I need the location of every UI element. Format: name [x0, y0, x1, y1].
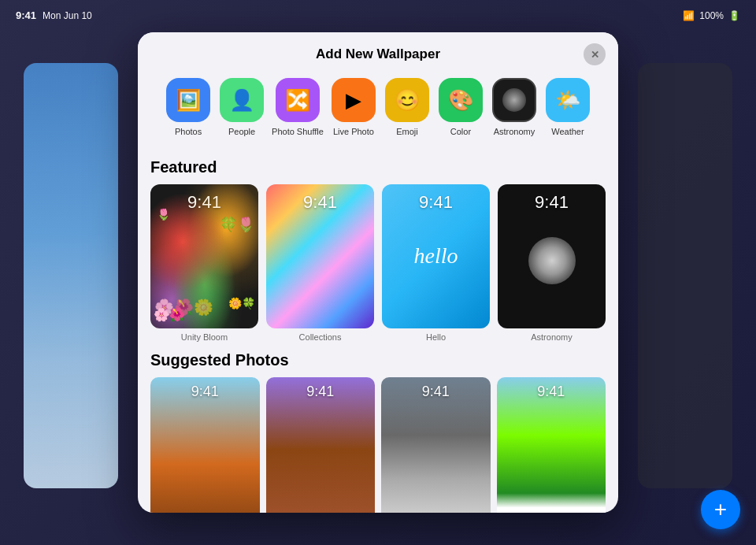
live-photo-label: Live Photo: [333, 127, 374, 136]
modal-title: Add New Wallpaper: [316, 46, 440, 62]
status-time: 9:41: [16, 9, 36, 21]
photos-label: Photos: [175, 127, 202, 136]
add-wallpaper-modal: Add New Wallpaper ✕ 🖼️ Photos 👤 People 🔀…: [138, 32, 618, 513]
type-live-photo[interactable]: ▶ Live Photo: [330, 78, 377, 136]
collections-time: 9:41: [266, 192, 374, 213]
type-photo-shuffle[interactable]: 🔀 Photo Shuffle: [272, 78, 324, 136]
weather-label: Weather: [551, 127, 584, 136]
wifi-icon: 📶: [683, 10, 695, 21]
astronomy-circle-icon: [492, 78, 536, 122]
hello-time: 9:41: [382, 192, 490, 213]
hello-label: Hello: [382, 332, 490, 342]
color-label: Color: [450, 127, 471, 136]
live-photo-icon: ▶: [332, 78, 376, 122]
featured-collections[interactable]: 9:41 Collections: [266, 184, 374, 342]
featured-title: Featured: [150, 158, 606, 176]
unity-bloom-label: Unity Bloom: [150, 332, 258, 342]
suggested-photos-title: Suggested Photos: [150, 351, 606, 369]
suggested-photo-2[interactable]: 9:41: [266, 377, 376, 513]
suggested-photos-grid: 9:41 9:41 9:41 9:41: [150, 377, 606, 513]
photo2-time: 9:41: [266, 384, 376, 400]
type-color[interactable]: 🎨 Color: [437, 78, 484, 136]
people-label: People: [228, 127, 255, 136]
featured-astronomy[interactable]: 9:41 Astronomy: [498, 184, 606, 342]
photo-shuffle-icon: 🔀: [276, 78, 320, 122]
astronomy-time: 9:41: [498, 192, 606, 213]
type-emoji[interactable]: 😊 Emoji: [384, 78, 431, 136]
modal-scroll-content[interactable]: Featured 9:41 🌸🌺 🌼🍀 🌷 Unity Bloom 9:41 C…: [138, 149, 618, 513]
color-icon: 🎨: [439, 78, 483, 122]
emoji-label: Emoji: [396, 127, 418, 136]
add-button[interactable]: +: [701, 490, 740, 529]
type-photos[interactable]: 🖼️ Photos: [165, 78, 212, 136]
people-icon: 👤: [220, 78, 264, 122]
modal-header: Add New Wallpaper ✕: [138, 32, 618, 72]
type-astronomy[interactable]: Astronomy: [491, 78, 538, 136]
suggested-photo-3[interactable]: 9:41: [381, 377, 491, 513]
battery-icon: 🔋: [728, 10, 740, 21]
photo-shuffle-label: Photo Shuffle: [272, 127, 324, 136]
hello-text: hello: [414, 243, 458, 269]
collections-label: Collections: [266, 332, 374, 342]
close-button[interactable]: ✕: [584, 43, 606, 65]
photos-icon: 🖼️: [166, 78, 210, 122]
featured-grid: 9:41 🌸🌺 🌼🍀 🌷 Unity Bloom 9:41 Collection…: [150, 184, 606, 342]
photo3-time: 9:41: [381, 384, 491, 400]
astronomy-card-label: Astronomy: [498, 332, 606, 342]
featured-hello[interactable]: 9:41 hello Hello: [382, 184, 490, 342]
type-weather[interactable]: 🌤️ Weather: [544, 78, 591, 136]
wallpaper-type-icons: 🖼️ Photos 👤 People 🔀 Photo Shuffle ▶ Liv…: [138, 72, 618, 149]
status-date: Mon Jun 10: [43, 10, 92, 21]
photo1-time: 9:41: [150, 384, 260, 400]
emoji-icon: 😊: [385, 78, 429, 122]
status-right: 📶 100% 🔋: [683, 10, 740, 21]
right-wallpaper-preview: [638, 63, 732, 488]
featured-unity-bloom[interactable]: 9:41 🌸🌺 🌼🍀 🌷 Unity Bloom: [150, 184, 258, 342]
suggested-photo-1[interactable]: 9:41: [150, 377, 260, 513]
type-people[interactable]: 👤 People: [218, 78, 265, 136]
astronomy-label: Astronomy: [494, 127, 536, 136]
status-bar: 9:41 Mon Jun 10 📶 100% 🔋: [0, 9, 756, 21]
photo4-time: 9:41: [497, 384, 606, 400]
battery-label: 100%: [699, 10, 724, 21]
left-wallpaper-preview: [24, 63, 118, 488]
weather-icon: 🌤️: [546, 78, 590, 122]
suggested-photo-4[interactable]: 9:41: [497, 377, 606, 513]
